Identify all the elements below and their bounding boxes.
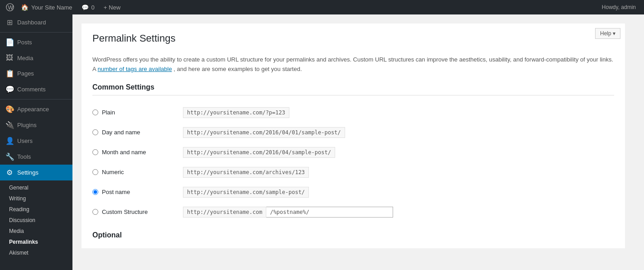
sidebar-item-comments[interactable]: 💬 Comments <box>0 81 72 97</box>
submenu-discussion[interactable]: Discussion <box>0 215 72 226</box>
permalink-row-custom: Custom Structure http://yoursitename.com <box>92 202 614 222</box>
submenu-reading[interactable]: Reading <box>0 204 72 215</box>
permalink-row-numeric: Numeric http://yoursitename.com/archives… <box>92 162 614 182</box>
url-numeric: http://yoursitename.com/archives/123 <box>183 167 309 178</box>
permalink-row-plain: Plain http://yoursitename.com/?p=123 <box>92 103 614 123</box>
radio-plain[interactable] <box>92 109 98 115</box>
sidebar-item-tools[interactable]: 🔧 Tools <box>0 149 72 165</box>
settings-submenu: General Writing Reading Discussion Media… <box>0 180 72 260</box>
sidebar-item-media[interactable]: 🖼 Media <box>0 50 72 66</box>
sidebar-item-dashboard[interactable]: ⊞ Dashboard <box>0 14 72 30</box>
submenu-permalinks[interactable]: Permalinks <box>0 237 72 247</box>
comments-icon: 💬 <box>82 4 89 11</box>
pages-icon: 📋 <box>5 69 14 78</box>
dashboard-icon: ⊞ <box>5 18 14 27</box>
site-name-link[interactable]: 🏠 Your Site Name <box>16 0 77 14</box>
label-custom[interactable]: Custom Structure <box>92 208 174 215</box>
page-title: Permalink Settings <box>92 33 614 49</box>
submenu-writing[interactable]: Writing <box>0 193 72 204</box>
media-icon: 🖼 <box>5 54 14 62</box>
label-plain[interactable]: Plain <box>92 109 174 116</box>
url-month-name: http://yoursitename.com/2016/04/sample-p… <box>183 147 335 158</box>
label-post-name[interactable]: Post name <box>92 189 174 195</box>
posts-icon: 📄 <box>5 38 14 47</box>
permalink-row-post-name: Post name http://yoursitename.com/sample… <box>92 182 614 202</box>
url-post-name: http://yoursitename.com/sample-post/ <box>183 187 309 198</box>
custom-url-prefix: http://yoursitename.com <box>183 207 266 218</box>
permalink-row-day-name: Day and name http://yoursitename.com/201… <box>92 123 614 142</box>
radio-custom[interactable] <box>92 209 98 215</box>
tags-available-link[interactable]: number of tags are available <box>98 66 172 72</box>
content-wrap: Help ▾ Permalink Settings WordPress offe… <box>82 24 625 248</box>
url-day-name: http://yoursitename.com/2016/04/01/sampl… <box>183 127 345 138</box>
url-plain: http://yoursitename.com/?p=123 <box>183 107 289 118</box>
svg-text:W: W <box>8 5 14 11</box>
sidebar-item-posts[interactable]: 📄 Posts <box>0 34 72 50</box>
sidebar: ⊞ Dashboard 📄 Posts 🖼 Media 📋 Pages 💬 Co… <box>0 14 72 270</box>
appearance-icon: 🎨 <box>5 105 14 114</box>
permalink-options: Plain http://yoursitename.com/?p=123 Day… <box>92 103 614 222</box>
sidebar-item-plugins[interactable]: 🔌 Plugins <box>0 117 72 133</box>
radio-month-name[interactable] <box>92 149 98 155</box>
common-settings-title: Common Settings <box>92 83 614 95</box>
radio-post-name[interactable] <box>92 189 98 195</box>
comments-menu-icon: 💬 <box>5 85 14 94</box>
tools-icon: 🔧 <box>5 152 14 161</box>
sidebar-item-appearance[interactable]: 🎨 Appearance <box>0 101 72 117</box>
main-content: Help ▾ Permalink Settings WordPress offe… <box>72 14 644 270</box>
label-numeric[interactable]: Numeric <box>92 169 174 175</box>
submenu-general[interactable]: General <box>0 182 72 193</box>
label-month-name[interactable]: Month and name <box>92 149 174 156</box>
settings-icon: ⚙ <box>5 168 14 177</box>
main-menu: ⊞ Dashboard 📄 Posts 🖼 Media 📋 Pages 💬 Co… <box>0 14 72 180</box>
users-icon: 👤 <box>5 137 14 145</box>
comments-link[interactable]: 💬 0 <box>77 0 99 14</box>
permalink-row-month-name: Month and name http://yoursitename.com/2… <box>92 142 614 162</box>
optional-title: Optional <box>92 231 614 239</box>
new-content-link[interactable]: + New <box>99 0 125 14</box>
radio-day-name[interactable] <box>92 129 98 135</box>
sidebar-item-pages[interactable]: 📋 Pages <box>0 66 72 81</box>
radio-numeric[interactable] <box>92 169 98 175</box>
user-greeting: Howdy, admin <box>597 4 640 10</box>
submenu-akismet[interactable]: Akismet <box>0 247 72 258</box>
page-description: WordPress offers you the ability to crea… <box>92 55 614 74</box>
custom-structure-input-group: http://yoursitename.com <box>183 207 393 218</box>
admin-bar: W 🏠 Your Site Name 💬 0 + New Howdy, admi… <box>0 0 644 14</box>
sidebar-item-users[interactable]: 👤 Users <box>0 133 72 149</box>
sidebar-item-settings[interactable]: ⚙ Settings <box>0 165 72 180</box>
submenu-media[interactable]: Media <box>0 226 72 237</box>
wp-logo[interactable]: W <box>4 0 16 14</box>
custom-url-input[interactable] <box>266 207 393 218</box>
help-button[interactable]: Help ▾ <box>595 28 620 39</box>
plugins-icon: 🔌 <box>5 121 14 129</box>
label-day-name[interactable]: Day and name <box>92 129 174 136</box>
